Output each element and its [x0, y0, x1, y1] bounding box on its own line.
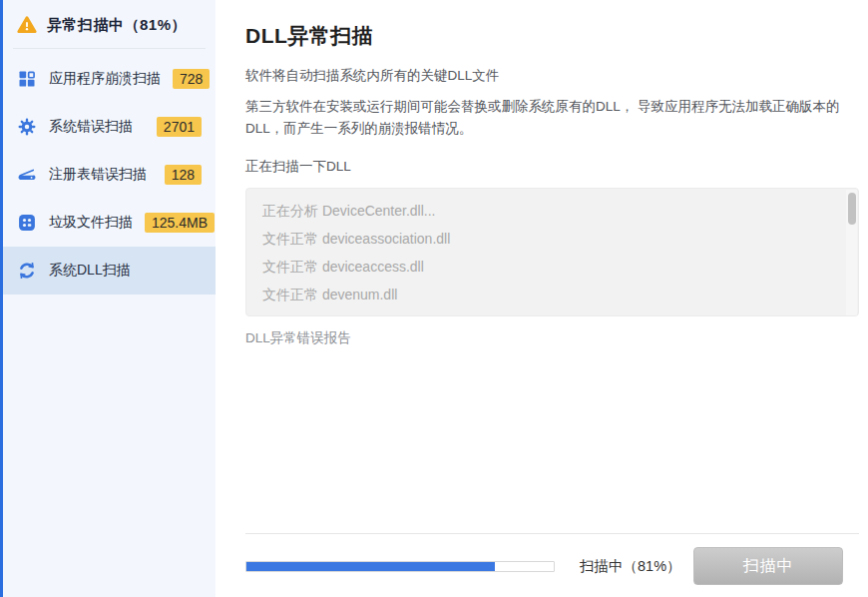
report-label: DLL异常错误报告: [245, 329, 859, 347]
keypad-icon: [17, 213, 37, 233]
log-line: 正在分析 DeviceCenter.dll...: [262, 197, 838, 225]
scan-log[interactable]: 正在分析 DeviceCenter.dll... 文件正常 deviceasso…: [245, 188, 859, 316]
count-badge: 125.4MB: [145, 213, 215, 233]
scan-button[interactable]: 扫描中: [693, 547, 843, 585]
sidebar-item-label: 垃圾文件扫描: [49, 214, 133, 232]
log-scrollbar[interactable]: [846, 190, 857, 316]
sidebar-item-system-dll-scan[interactable]: 系统DLL扫描: [3, 247, 216, 295]
log-line: 文件正常 deviceassociation.dll: [262, 225, 838, 253]
log-line: 文件正常 deviceaccess.dll: [262, 253, 838, 281]
sidebar-item-junk-file-scan[interactable]: 垃圾文件扫描 125.4MB: [3, 199, 216, 247]
sidebar-divider: [13, 48, 206, 49]
scan-status-header: 异常扫描中（81%）: [3, 0, 216, 48]
sidebar-item-registry-error-scan[interactable]: 注册表错误扫描 128: [3, 151, 216, 199]
progress-bar: [245, 561, 555, 572]
log-line: 文件正常 devenum.dll: [262, 281, 838, 308]
scan-status-title: 异常扫描中（81%）: [47, 16, 187, 35]
scanner-icon: [17, 165, 37, 185]
log-scrollbar-thumb[interactable]: [848, 193, 856, 225]
progress-label: 扫描中（81%）: [580, 557, 681, 576]
scan-explanation: 第三方软件在安装或运行期间可能会替换或删除系统原有的DLL， 导致应用程序无法加…: [245, 96, 844, 139]
page-title: DLL异常扫描: [245, 22, 859, 50]
scanning-status-label: 正在扫描一下DLL: [245, 158, 859, 176]
sidebar-item-label: 应用程序崩溃扫描: [49, 70, 161, 88]
log-line: 文件正常 DevDispItemProvider.dll: [262, 308, 838, 316]
sidebar-item-system-error-scan[interactable]: 系统错误扫描 2701: [3, 103, 216, 151]
app-grid-icon: [17, 69, 37, 89]
count-badge: 128: [165, 165, 202, 185]
sidebar-item-label: 系统错误扫描: [49, 118, 145, 136]
refresh-icon: [17, 261, 37, 281]
progress-fill: [246, 562, 495, 571]
gear-icon: [17, 117, 37, 137]
sidebar-item-label: 系统DLL扫描: [49, 262, 202, 280]
sidebar-item-app-crash-scan[interactable]: 应用程序崩溃扫描 728: [3, 55, 216, 103]
count-badge: 2701: [157, 117, 202, 137]
footer: 扫描中（81%） 扫描中: [245, 546, 843, 586]
sidebar-item-label: 注册表错误扫描: [49, 166, 153, 184]
scan-description: 软件将自动扫描系统内所有的关键DLL文件: [245, 67, 859, 85]
sidebar: 异常扫描中（81%） 应用程序崩溃扫描 728: [3, 0, 216, 597]
footer-divider: [245, 533, 859, 534]
warning-icon: [17, 15, 37, 35]
count-badge: 728: [173, 69, 210, 89]
main-content: DLL异常扫描 软件将自动扫描系统内所有的关键DLL文件 第三方软件在安装或运行…: [216, 0, 868, 597]
